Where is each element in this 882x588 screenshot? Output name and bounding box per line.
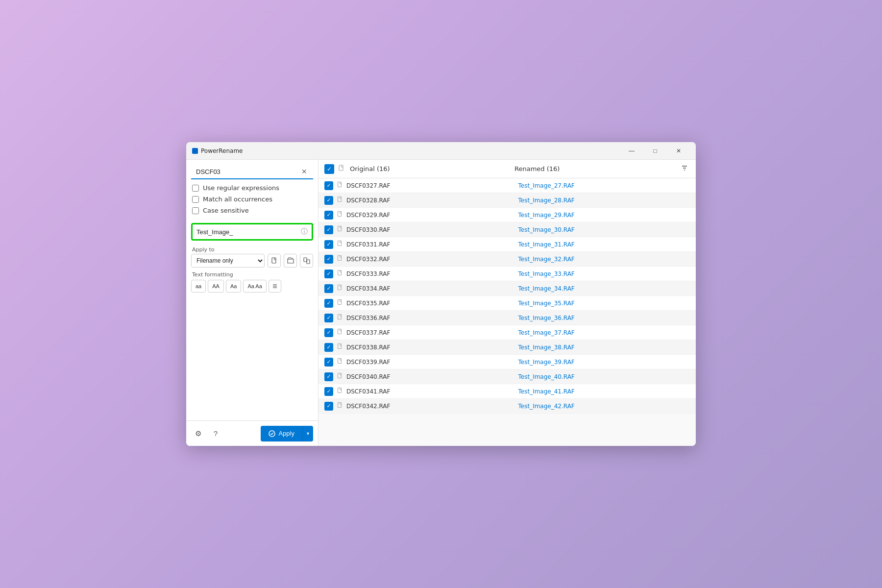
settings-button[interactable]: ⚙ [191, 427, 205, 441]
file-type-icon [337, 285, 343, 293]
maximize-button[interactable]: □ [644, 144, 666, 158]
apply-button[interactable]: Apply [261, 426, 302, 441]
row-checkbox[interactable]: ✓ [324, 181, 333, 190]
row-checkbox[interactable]: ✓ [324, 225, 333, 234]
search-input[interactable] [196, 168, 300, 175]
file-row: ✓ DSCF0337.RAF Test_Image_37.RAF [318, 325, 696, 340]
file-row: ✓ DSCF0341.RAF Test_Image_41.RAF [318, 384, 696, 399]
minimize-button[interactable]: — [620, 144, 643, 158]
filter-icon [681, 165, 688, 172]
clear-search-button[interactable]: ✕ [300, 168, 308, 175]
format-list-btn[interactable] [269, 280, 281, 293]
replace-section: ⓘ [191, 223, 313, 241]
original-filename: DSCF0327.RAF [346, 182, 518, 189]
format-camelcase-btn[interactable]: Aa Aa [243, 280, 266, 293]
file-row: ✓ DSCF0331.RAF Test_Image_31.RAF [318, 237, 696, 252]
filter-button[interactable] [679, 164, 690, 174]
file-row: ✓ DSCF0332.RAF Test_Image_32.RAF [318, 252, 696, 267]
row-checkbox[interactable]: ✓ [324, 328, 333, 337]
format-lowercase-btn[interactable]: aa [191, 280, 206, 293]
use-regex-label: Use regular expressions [203, 184, 279, 192]
text-format-row: aa AA Aa Aa Aa [186, 280, 318, 293]
bottom-left-buttons: ⚙ ? [191, 427, 222, 441]
text-format-label: Text formatting [186, 268, 318, 280]
help-button[interactable]: ? [209, 427, 222, 441]
apply-to-select[interactable]: Filename only Extension only Filename + … [191, 254, 265, 268]
info-button[interactable]: ⓘ [301, 227, 308, 236]
renamed-filename: Test_Image_27.RAF [518, 182, 690, 189]
window-controls: — □ ✕ [620, 144, 690, 158]
svg-rect-12 [338, 226, 342, 231]
renamed-filename: Test_Image_30.RAF [518, 226, 690, 233]
row-checkbox[interactable]: ✓ [324, 196, 333, 205]
row-checkbox[interactable]: ✓ [324, 402, 333, 411]
apply-label: Apply [278, 430, 294, 437]
row-checkbox[interactable]: ✓ [324, 372, 333, 381]
match-all-option[interactable]: Match all occurrences [192, 196, 312, 203]
match-all-label: Match all occurrences [203, 196, 272, 203]
case-sensitive-checkbox[interactable] [192, 207, 199, 214]
original-header: Original (16) [350, 165, 514, 172]
apply-icon [269, 430, 275, 437]
use-regex-option[interactable]: Use regular expressions [192, 184, 312, 192]
row-checkbox[interactable]: ✓ [324, 299, 333, 308]
apply-dropdown-button[interactable]: ▾ [302, 426, 313, 441]
row-checkbox[interactable]: ✓ [324, 240, 333, 249]
original-filename: DSCF0329.RAF [346, 212, 518, 219]
svg-rect-13 [338, 241, 342, 245]
main-window: PowerRename — □ ✕ ✕ Use regular expressi… [186, 142, 696, 446]
case-sensitive-option[interactable]: Case sensitive [192, 207, 312, 214]
apply-button-group: Apply ▾ [261, 426, 313, 441]
row-checkbox[interactable]: ✓ [324, 211, 333, 220]
format-uppercase-btn[interactable]: AA [208, 280, 224, 293]
use-regex-checkbox[interactable] [192, 185, 199, 192]
file-row: ✓ DSCF0329.RAF Test_Image_29.RAF [318, 208, 696, 222]
renamed-filename: Test_Image_34.RAF [518, 285, 690, 292]
both-icon-btn[interactable] [300, 254, 313, 268]
renamed-filename: Test_Image_41.RAF [518, 388, 690, 395]
file-type-icon [337, 182, 343, 190]
row-checkbox[interactable]: ✓ [324, 284, 333, 293]
row-checkbox[interactable]: ✓ [324, 343, 333, 352]
file-type-icon [337, 270, 343, 278]
close-button[interactable]: ✕ [667, 144, 690, 158]
file-type-icon [337, 211, 343, 219]
format-titlecase-btn[interactable]: Aa [226, 280, 241, 293]
row-checkbox[interactable]: ✓ [324, 270, 333, 278]
window-body: ✕ Use regular expressions Match all occu… [186, 160, 696, 446]
svg-rect-17 [338, 299, 342, 304]
svg-rect-16 [338, 285, 342, 290]
file-type-icon [337, 358, 343, 366]
file-row: ✓ DSCF0327.RAF Test_Image_27.RAF [318, 178, 696, 193]
renamed-filename: Test_Image_31.RAF [518, 241, 690, 248]
app-icon [192, 148, 198, 154]
row-checkbox[interactable]: ✓ [324, 358, 333, 367]
svg-rect-8 [339, 165, 343, 171]
file-icon-btn[interactable] [268, 254, 281, 268]
svg-rect-24 [338, 402, 342, 407]
file-row: ✓ DSCF0339.RAF Test_Image_39.RAF [318, 355, 696, 369]
renamed-filename: Test_Image_39.RAF [518, 359, 690, 366]
file-row: ✓ DSCF0328.RAF Test_Image_28.RAF [318, 193, 696, 208]
file-row: ✓ DSCF0338.RAF Test_Image_38.RAF [318, 340, 696, 355]
svg-rect-2 [304, 258, 307, 262]
file-row: ✓ DSCF0333.RAF Test_Image_33.RAF [318, 267, 696, 281]
match-all-checkbox[interactable] [192, 196, 199, 203]
row-checkbox[interactable]: ✓ [324, 314, 333, 322]
original-filename: DSCF0333.RAF [346, 270, 518, 277]
both-icon [303, 257, 310, 264]
file-row: ✓ DSCF0340.RAF Test_Image_40.RAF [318, 369, 696, 384]
replace-input[interactable] [196, 228, 301, 236]
svg-rect-15 [338, 270, 342, 275]
row-checkbox[interactable]: ✓ [324, 387, 333, 396]
original-filename: DSCF0342.RAF [346, 403, 518, 410]
svg-rect-3 [307, 260, 310, 264]
row-checkbox[interactable]: ✓ [324, 255, 333, 264]
header-select-all[interactable]: ✓ [324, 164, 334, 174]
file-type-icon [337, 373, 343, 381]
svg-rect-1 [272, 258, 276, 263]
right-panel: ✓ Original (16) Renamed (16) ✓ [318, 160, 696, 446]
left-panel: ✕ Use regular expressions Match all occu… [186, 160, 318, 446]
renamed-filename: Test_Image_33.RAF [518, 270, 690, 277]
folder-icon-btn[interactable] [284, 254, 297, 268]
